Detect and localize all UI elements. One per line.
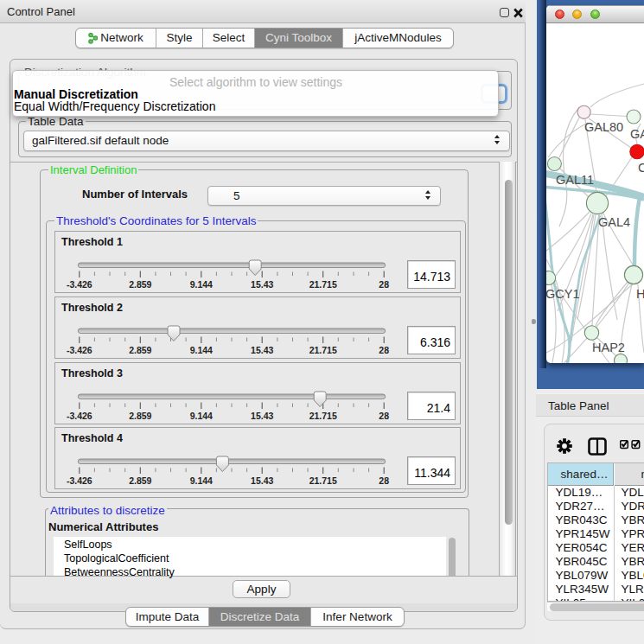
svg-text:15.43: 15.43 [251, 475, 273, 486]
svg-text:15.43: 15.43 [251, 279, 273, 290]
svg-text:9.144: 9.144 [190, 345, 213, 355]
svg-text:GAL80: GAL80 [584, 120, 623, 134]
svg-text:28: 28 [379, 475, 389, 486]
svg-text:15.43: 15.43 [251, 411, 273, 421]
svg-text:-3.426: -3.426 [67, 279, 92, 290]
svg-text:-3.426: -3.426 [67, 411, 92, 421]
svg-text:-3.426: -3.426 [67, 475, 92, 486]
svg-text:2.859: 2.859 [129, 475, 151, 486]
svg-text:2.859: 2.859 [129, 345, 151, 355]
svg-text:21.715: 21.715 [309, 411, 337, 421]
svg-text:15.43: 15.43 [251, 345, 273, 355]
svg-text:9.144: 9.144 [190, 411, 213, 421]
svg-text:28: 28 [379, 279, 389, 290]
svg-text:28: 28 [379, 345, 389, 355]
svg-text:21.715: 21.715 [309, 345, 337, 355]
svg-text:GCY1: GCY1 [546, 287, 580, 301]
svg-text:2.859: 2.859 [129, 411, 151, 421]
svg-text:GAL4: GAL4 [598, 215, 630, 229]
svg-text:H: H [636, 287, 644, 301]
svg-text:9.144: 9.144 [190, 475, 213, 486]
svg-text:21.715: 21.715 [309, 279, 337, 290]
svg-text:-3.426: -3.426 [67, 345, 92, 355]
svg-text:HAP2: HAP2 [592, 341, 625, 354]
svg-text:GAL11: GAL11 [556, 173, 594, 187]
svg-text:2.859: 2.859 [129, 279, 151, 290]
svg-text:21.715: 21.715 [309, 475, 337, 486]
svg-text:9.144: 9.144 [190, 279, 213, 290]
svg-text:28: 28 [379, 411, 389, 421]
svg-text:GA: GA [630, 127, 644, 141]
svg-text:C: C [638, 161, 644, 175]
